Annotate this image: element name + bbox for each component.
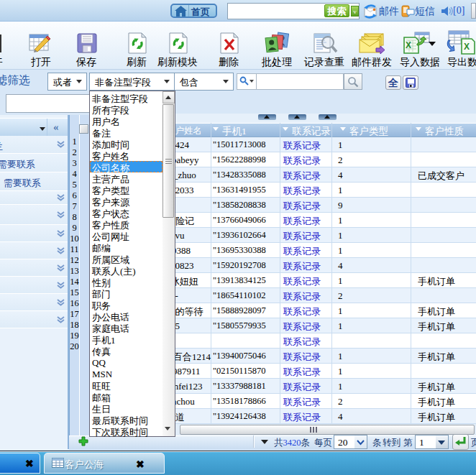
svg-text:X: X	[406, 40, 411, 50]
svg-text:X: X	[464, 42, 470, 52]
